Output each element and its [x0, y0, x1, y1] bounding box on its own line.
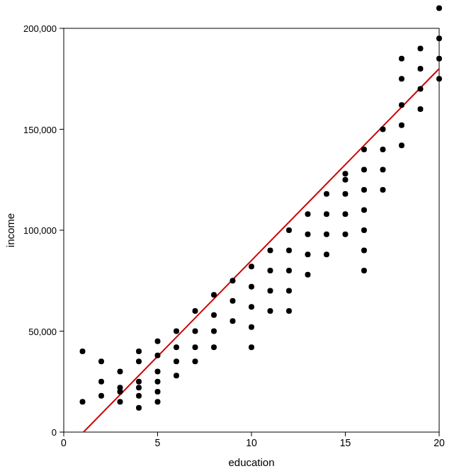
- data-point: [136, 393, 142, 399]
- data-point: [286, 308, 292, 314]
- data-point: [436, 6, 442, 11]
- data-point: [211, 344, 217, 350]
- data-point: [324, 191, 329, 197]
- data-point: [418, 66, 424, 72]
- x-axis-label: education: [228, 456, 274, 468]
- data-point: [418, 106, 424, 112]
- data-point: [343, 232, 348, 237]
- data-point: [305, 211, 311, 217]
- data-point: [193, 358, 198, 364]
- svg-text:200,000: 200,000: [23, 23, 57, 34]
- data-point: [211, 329, 217, 334]
- data-point: [155, 353, 161, 358]
- data-point: [380, 187, 386, 193]
- data-point: [136, 379, 142, 385]
- data-point: [155, 399, 161, 404]
- data-point: [286, 227, 292, 233]
- svg-text:0: 0: [52, 427, 57, 438]
- data-point: [305, 251, 311, 257]
- svg-text:10: 10: [246, 437, 257, 448]
- svg-text:50,000: 50,000: [28, 327, 57, 337]
- data-point: [249, 344, 254, 350]
- data-point: [268, 308, 273, 314]
- svg-text:20: 20: [434, 437, 445, 448]
- data-point: [343, 171, 348, 176]
- data-point: [361, 167, 367, 173]
- data-point: [155, 339, 161, 344]
- data-point: [361, 187, 367, 193]
- data-point: [174, 373, 179, 378]
- data-point: [230, 298, 236, 304]
- data-point: [399, 123, 404, 128]
- data-point: [380, 167, 386, 173]
- svg-text:5: 5: [155, 437, 161, 448]
- data-point: [136, 358, 142, 364]
- data-point: [286, 268, 292, 273]
- data-point: [118, 399, 123, 404]
- data-point: [193, 344, 198, 350]
- svg-text:100,000: 100,000: [23, 225, 57, 236]
- data-point: [399, 76, 404, 81]
- data-point: [98, 379, 104, 385]
- y-axis-label: income: [4, 213, 16, 247]
- data-point: [418, 46, 424, 52]
- data-point: [399, 102, 404, 108]
- scatter-plot: 05101520050,000100,000150,000200,000inco…: [0, 0, 476, 476]
- data-point: [305, 272, 311, 278]
- data-point: [118, 389, 123, 395]
- data-point: [174, 329, 179, 334]
- data-point: [268, 268, 273, 273]
- svg-text:15: 15: [340, 437, 351, 448]
- data-point: [361, 268, 367, 273]
- data-point: [324, 211, 329, 217]
- data-point: [399, 56, 404, 62]
- chart-container: 05101520050,000100,000150,000200,000inco…: [0, 0, 476, 476]
- data-point: [436, 76, 442, 81]
- data-point: [361, 147, 367, 152]
- svg-text:150,000: 150,000: [23, 125, 57, 135]
- data-point: [174, 358, 179, 364]
- data-point: [80, 348, 86, 354]
- data-point: [211, 292, 217, 298]
- data-point: [418, 86, 424, 92]
- data-point: [155, 369, 161, 375]
- data-point: [286, 248, 292, 254]
- data-point: [361, 227, 367, 233]
- data-point: [380, 147, 386, 152]
- data-point: [436, 35, 442, 41]
- data-point: [361, 208, 367, 213]
- data-point: [324, 251, 329, 257]
- data-point: [155, 379, 161, 385]
- data-point: [436, 56, 442, 62]
- data-point: [305, 232, 311, 237]
- data-point: [343, 191, 348, 197]
- data-point: [80, 399, 86, 404]
- data-point: [118, 369, 123, 375]
- data-point: [193, 329, 198, 334]
- data-point: [155, 389, 161, 395]
- data-point: [174, 344, 179, 350]
- data-point: [249, 304, 254, 310]
- data-point: [343, 211, 348, 217]
- data-point: [286, 288, 292, 294]
- data-point: [98, 358, 104, 364]
- data-point: [193, 308, 198, 314]
- data-point: [136, 348, 142, 354]
- data-point: [268, 248, 273, 254]
- data-point: [98, 393, 104, 399]
- data-point: [211, 312, 217, 318]
- data-point: [230, 278, 236, 283]
- data-point: [324, 232, 329, 237]
- data-point: [399, 142, 404, 148]
- svg-text:0: 0: [61, 437, 67, 448]
- data-point: [230, 318, 236, 324]
- data-point: [268, 288, 273, 294]
- data-point: [249, 284, 254, 290]
- data-point: [361, 248, 367, 254]
- data-point: [249, 324, 254, 330]
- data-point: [136, 405, 142, 411]
- data-point: [136, 385, 142, 390]
- data-point: [380, 127, 386, 132]
- data-point: [343, 177, 348, 183]
- data-point: [249, 264, 254, 269]
